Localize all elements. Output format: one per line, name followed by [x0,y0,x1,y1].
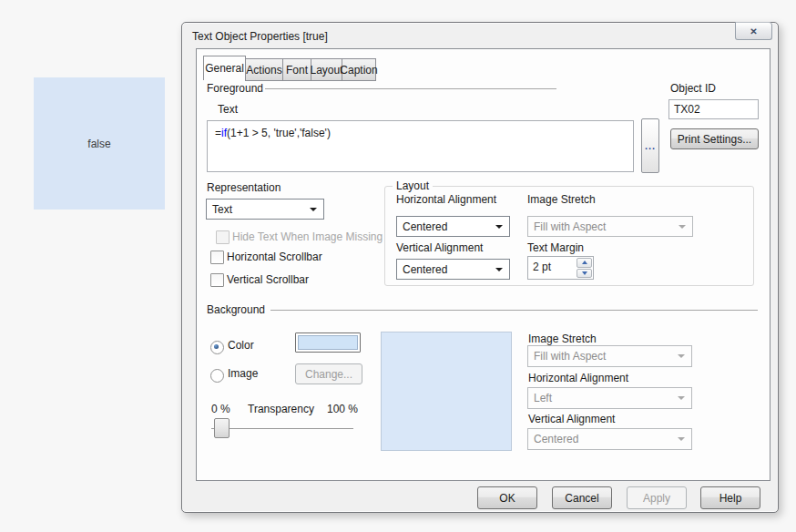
horizontal-alignment-dropdown[interactable]: Centered [396,216,510,237]
bg-vertical-alignment-dropdown: Centered [527,428,692,450]
horizontal-alignment-value: Centered [397,220,495,233]
transparency-max-label: 100 % [327,403,358,415]
background-divider [270,310,758,311]
formula-rest: (1+1 > 5, 'true','false') [227,127,331,139]
apply-button-label: Apply [643,492,670,505]
color-radio-label: Color [228,339,254,352]
vertical-scrollbar-checkbox-label: Vertical Scrollbar [227,273,309,286]
text-object-properties-dialog: Text Object Properties [true] ✕ General … [181,22,779,513]
stepper-up-button[interactable] [577,258,592,268]
bg-vertical-alignment-label: Vertical Alignment [528,413,615,425]
vertical-alignment-value: Centered [397,263,495,276]
cancel-button[interactable]: Cancel [552,486,612,509]
object-id-value: TX02 [674,103,700,116]
hide-text-checkbox [216,230,230,244]
bg-vertical-alignment-value: Centered [528,433,678,445]
desktop-canvas: false Text Object Properties [true] ✕ Ge… [0,0,796,532]
stepper-down-button[interactable] [577,269,592,279]
horizontal-scrollbar-checkbox-label: Horizontal Scrollbar [227,251,322,263]
tab-layout-label: Layout [310,64,342,77]
tab-actions[interactable]: Actions [245,58,283,81]
ok-button-label: OK [499,492,515,505]
representation-value: Text [207,203,310,216]
tab-actions-label: Actions [246,64,281,77]
formula-text-input[interactable]: =if(1+1 > 5, 'true','false') [207,120,634,172]
vertical-scrollbar-checkbox[interactable] [210,273,224,287]
change-image-label: Change... [305,368,352,381]
image-radio[interactable] [210,369,224,383]
chevron-down-icon [495,268,503,271]
ellipsis-icon: ... [645,140,656,151]
layout-group-box: Layout Horizontal Alignment Centered Ima… [384,186,754,286]
text-field-label: Text [218,103,238,116]
background-preview [381,332,512,451]
color-swatch-button[interactable] [295,332,361,353]
tab-caption[interactable]: Caption [342,58,376,81]
text-object-value: false [87,138,110,150]
print-settings-label: Print Settings... [678,133,751,146]
transparency-min-label: 0 % [211,403,230,415]
bg-image-stretch-label: Image Stretch [528,332,597,345]
vertical-alignment-dropdown[interactable]: Centered [396,259,510,280]
text-margin-stepper[interactable]: 2 pt [527,256,594,280]
help-button-label: Help [719,492,742,505]
text-margin-value: 2 pt [528,257,577,279]
horizontal-alignment-label: Horizontal Alignment [396,193,496,206]
arrow-down-icon [582,271,587,275]
tab-font[interactable]: Font [282,58,311,81]
close-icon: ✕ [750,26,757,36]
chevron-down-icon [495,225,503,229]
bg-image-stretch-value: Fill with Aspect [528,350,678,363]
formula-text: =if(1+1 > 5, 'true','false') [208,121,633,145]
image-stretch-dropdown: Fill with Aspect [527,216,693,237]
image-stretch-label: Image Stretch [527,193,596,206]
bg-image-stretch-dropdown: Fill with Aspect [527,345,692,367]
chevron-down-icon [678,354,685,358]
close-button[interactable]: ✕ [735,22,772,40]
bg-horizontal-alignment-label: Horizontal Alignment [528,372,628,384]
object-id-field[interactable]: TX02 [668,99,759,119]
foreground-section-label: Foreground [207,82,263,95]
tab-general[interactable]: General [203,56,246,80]
vertical-alignment-label: Vertical Alignment [396,241,483,254]
horizontal-scrollbar-checkbox[interactable] [210,251,224,264]
foreground-divider [265,88,556,89]
change-image-button: Change... [295,363,362,384]
text-object-preview[interactable]: false [34,77,165,210]
stepper-buttons [577,258,592,278]
text-margin-label: Text Margin [527,241,584,254]
ok-button[interactable]: OK [477,486,537,509]
layout-group-label: Layout [393,179,433,192]
image-radio-label: Image [228,367,258,380]
tab-font-label: Font [286,64,308,77]
apply-button: Apply [627,486,687,509]
chevron-down-icon [678,437,685,441]
bg-horizontal-alignment-dropdown: Left [527,387,692,409]
background-section-label: Background [207,303,265,316]
expand-formula-button[interactable]: ... [641,118,659,173]
cancel-button-label: Cancel [565,492,598,505]
object-id-label: Object ID [670,82,716,95]
color-swatch-fill [298,335,358,350]
formula-prefix: = [215,127,221,139]
transparency-slider-thumb[interactable] [214,418,230,438]
chevron-down-icon [678,396,685,400]
print-settings-button[interactable]: Print Settings... [670,128,759,149]
chevron-down-icon [310,208,317,211]
help-button[interactable]: Help [700,486,760,509]
representation-label: Representation [207,181,281,194]
arrow-up-icon [582,261,587,264]
tab-general-label: General [205,62,244,75]
chevron-down-icon [679,225,686,229]
hide-text-checkbox-label: Hide Text When Image Missing [232,230,383,243]
bg-horizontal-alignment-value: Left [528,392,678,404]
transparency-label: Transparency [248,403,314,415]
tab-layout[interactable]: Layout [311,58,342,81]
color-radio[interactable] [210,341,224,354]
transparency-slider-track[interactable] [211,428,353,429]
image-stretch-value: Fill with Aspect [528,220,679,233]
representation-dropdown[interactable]: Text [206,199,324,220]
tab-caption-label: Caption [340,64,377,77]
dialog-title: Text Object Properties [true] [192,30,328,43]
